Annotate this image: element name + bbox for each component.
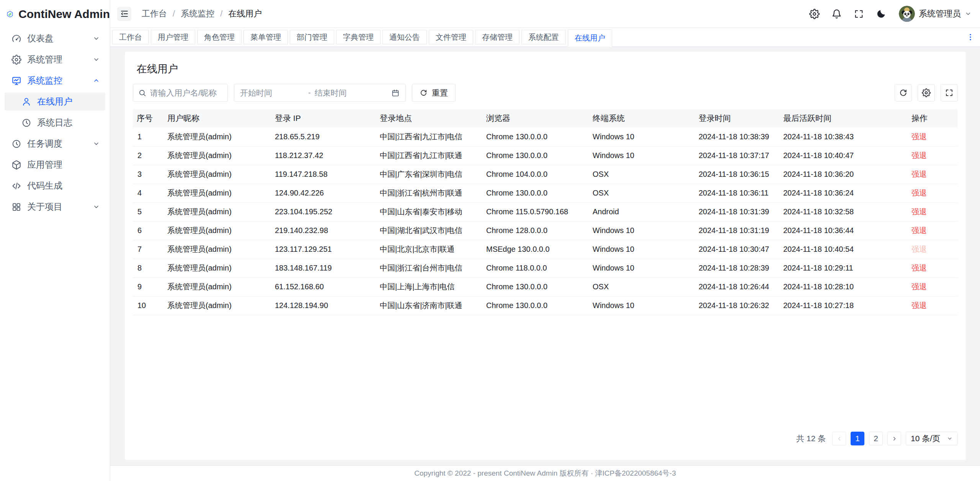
- start-time-input[interactable]: [240, 88, 304, 98]
- code-icon: [11, 181, 21, 191]
- tab-在线用户[interactable]: 在线用户: [568, 29, 612, 47]
- cell-last_active: 2024-11-18 10:36:44: [779, 221, 908, 240]
- cell-action: 强退: [908, 165, 958, 184]
- cell-browser: Chrome 130.0.0.0: [482, 127, 589, 146]
- online-users-card: 在线用户 - 重置: [125, 52, 966, 460]
- tab-文件管理[interactable]: 文件管理: [429, 30, 473, 44]
- tab-用户管理[interactable]: 用户管理: [151, 30, 195, 44]
- sidebar-item-3[interactable]: 在线用户: [5, 93, 105, 111]
- sidebar-item-label: 关于项目: [27, 201, 93, 213]
- page-title: 在线用户: [137, 62, 958, 76]
- user-name: 系统管理员: [919, 8, 961, 20]
- settings-button[interactable]: [918, 84, 935, 101]
- page-size-select[interactable]: 10 条/页: [906, 432, 958, 445]
- force-logout-link[interactable]: 强退: [911, 264, 927, 272]
- sidebar-menu: 仪表盘系统管理系统监控在线用户系统日志任务调度应用管理代码生成关于项目: [0, 28, 110, 481]
- calendar-icon: [391, 89, 400, 97]
- date-range-picker[interactable]: -: [234, 84, 406, 102]
- end-time-input[interactable]: [315, 88, 387, 98]
- history-icon: [21, 118, 31, 128]
- tab-存储管理[interactable]: 存储管理: [475, 30, 519, 44]
- table-row: 7系统管理员(admin)123.117.129.251中国|北京|北京市|联通…: [133, 240, 958, 259]
- collapse-sidebar-button[interactable]: [117, 7, 131, 21]
- pagination-prev-button[interactable]: [832, 432, 846, 445]
- sidebar-item-1[interactable]: 系统管理: [5, 49, 105, 70]
- cell-ip: 119.147.218.58: [271, 165, 376, 184]
- user-menu[interactable]: 系统管理员: [899, 6, 972, 22]
- cell-login_time: 2024-11-18 10:26:32: [695, 296, 779, 315]
- pagination-next-button[interactable]: [887, 432, 901, 445]
- force-logout-link[interactable]: 强退: [911, 170, 927, 178]
- sidebar-item-label: 系统监控: [27, 75, 93, 86]
- column-header: 最后活跃时间: [779, 109, 908, 127]
- sidebar-item-2[interactable]: 系统监控: [5, 70, 105, 91]
- tab-角色管理[interactable]: 角色管理: [197, 30, 242, 44]
- force-logout-link[interactable]: 强退: [911, 132, 927, 141]
- tab-工作台[interactable]: 工作台: [112, 30, 149, 44]
- cell-login_time: 2024-11-18 10:36:11: [695, 184, 779, 202]
- tab-label: 工作台: [119, 32, 142, 42]
- avatar: [899, 6, 915, 22]
- force-logout-link[interactable]: 强退: [911, 301, 927, 310]
- bell-icon[interactable]: [831, 9, 842, 19]
- cell-os: Android: [589, 202, 695, 221]
- breadcrumb-item[interactable]: 在线用户: [228, 8, 262, 20]
- tab-通知公告[interactable]: 通知公告: [382, 30, 427, 44]
- cell-login_time: 2024-11-18 10:28:39: [695, 259, 779, 277]
- chevron-down-icon: [93, 35, 100, 42]
- tab-部门管理[interactable]: 部门管理: [290, 30, 334, 44]
- force-logout-link[interactable]: 强退: [911, 189, 927, 197]
- sidebar-item-label: 系统日志: [37, 117, 100, 129]
- cell-location: 中国|北京|北京市|联通: [376, 240, 482, 259]
- sidebar-item-6[interactable]: 应用管理: [5, 154, 105, 175]
- cell-nickname: 系统管理员(admin): [163, 221, 271, 240]
- sidebar: ContiNew Admin 仪表盘系统管理系统监控在线用户系统日志任务调度应用…: [0, 0, 110, 481]
- cell-location: 中国|湖北省|武汉市|电信: [376, 221, 482, 240]
- cell-login_time: 2024-11-18 10:36:15: [695, 165, 779, 184]
- cell-os: OSX: [589, 277, 695, 296]
- cell-ip: 118.212.37.42: [271, 146, 376, 165]
- breadcrumb-separator: /: [220, 9, 222, 19]
- column-header: 登录时间: [695, 109, 779, 127]
- sidebar-item-7[interactable]: 代码生成: [5, 175, 105, 196]
- cell-index: 5: [133, 202, 163, 221]
- force-logout-link[interactable]: 强退: [911, 282, 927, 291]
- cell-last_active: 2024-11-18 10:38:43: [779, 127, 908, 146]
- tab-菜单管理[interactable]: 菜单管理: [243, 30, 288, 44]
- sidebar-item-5[interactable]: 任务调度: [5, 133, 105, 154]
- table-row: 8系统管理员(admin)183.148.167.119中国|浙江省|台州市|电…: [133, 259, 958, 277]
- pagination-total: 共 12 条: [796, 433, 826, 444]
- moon-icon[interactable]: [876, 9, 886, 19]
- refresh-icon: [899, 88, 908, 97]
- cell-action: 强退: [908, 146, 958, 165]
- dashboard-icon: [11, 34, 21, 44]
- tab-字典管理[interactable]: 字典管理: [336, 30, 381, 44]
- sidebar-item-4[interactable]: 系统日志: [5, 112, 105, 133]
- tab-系统配置[interactable]: 系统配置: [521, 30, 566, 44]
- cell-location: 中国|上海|上海市|电信: [376, 277, 482, 296]
- reset-button[interactable]: 重置: [412, 84, 456, 102]
- sidebar-item-0[interactable]: 仪表盘: [5, 28, 105, 49]
- settings-icon[interactable]: [809, 9, 820, 19]
- cell-index: 6: [133, 221, 163, 240]
- force-logout-link[interactable]: 强退: [911, 151, 927, 160]
- online-users-page: { "app": { "name": "ContiNew Admin", "lo…: [0, 0, 980, 481]
- force-logout-link[interactable]: 强退: [911, 207, 927, 216]
- cell-browser: Chrome 130.0.0.0: [482, 277, 589, 296]
- search-input[interactable]: [150, 88, 222, 98]
- sidebar-item-8[interactable]: 关于项目: [5, 196, 105, 217]
- column-header: 登录地点: [376, 109, 482, 127]
- pagination-page-1[interactable]: 1: [851, 432, 864, 445]
- tab-label: 角色管理: [204, 32, 235, 42]
- table-row: 3系统管理员(admin)119.147.218.58中国|广东省|深圳市|电信…: [133, 165, 958, 184]
- fullscreen-button[interactable]: [941, 84, 958, 101]
- cell-nickname: 系统管理员(admin): [163, 127, 271, 146]
- pagination-page-2[interactable]: 2: [869, 432, 883, 445]
- refresh-button[interactable]: [895, 84, 912, 101]
- more-vertical-icon[interactable]: [966, 33, 975, 41]
- breadcrumb-item[interactable]: 工作台: [142, 8, 167, 20]
- fullscreen-icon[interactable]: [854, 9, 864, 19]
- force-logout-link[interactable]: 强退: [911, 226, 927, 235]
- cell-location: 中国|江西省|九江市|联通: [376, 146, 482, 165]
- breadcrumb-item[interactable]: 系统监控: [181, 8, 214, 20]
